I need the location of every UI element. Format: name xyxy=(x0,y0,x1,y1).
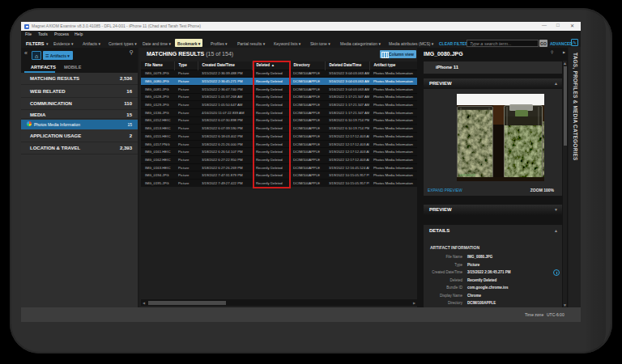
svg-text:03/15/2022: 03/15/2022 xyxy=(459,173,476,177)
